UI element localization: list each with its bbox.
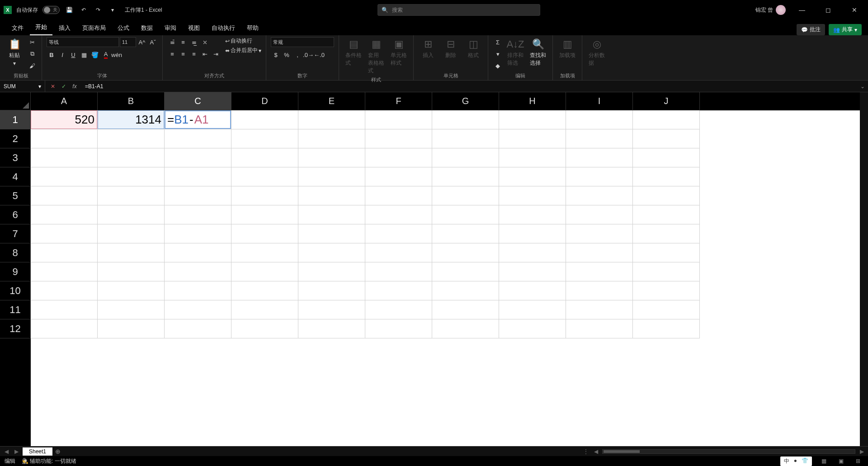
tab-data[interactable]: 数据 xyxy=(136,21,158,35)
cell[interactable] xyxy=(365,224,432,243)
cell[interactable] xyxy=(633,148,700,167)
cell[interactable] xyxy=(499,281,566,300)
tab-home[interactable]: 开始 xyxy=(30,20,52,35)
cell-styles-button[interactable]: ▣单元格样式 xyxy=(389,37,409,68)
align-left-icon[interactable]: ≡ xyxy=(167,49,177,59)
bold-button[interactable]: B xyxy=(47,50,57,60)
share-button[interactable]: 👥 共享 ▾ xyxy=(829,24,862,35)
formula-cancel-icon[interactable]: ✕ xyxy=(49,83,57,90)
merge-center-button[interactable]: ⬌ 合并后居中 ▾ xyxy=(225,47,261,54)
row-4[interactable]: 4 xyxy=(0,167,31,186)
percent-icon[interactable]: % xyxy=(282,50,292,60)
cell[interactable] xyxy=(566,167,633,186)
cell[interactable] xyxy=(633,319,700,338)
cell[interactable] xyxy=(499,262,566,281)
maximize-button[interactable]: ◻ xyxy=(818,6,838,14)
underline-button[interactable]: U xyxy=(68,50,78,60)
user-account[interactable]: 锦宏 曾 xyxy=(755,5,786,15)
col-G[interactable]: G xyxy=(432,92,499,110)
cell[interactable] xyxy=(365,300,432,319)
align-bottom-icon[interactable]: ≡̲ xyxy=(189,37,199,47)
close-button[interactable]: ✕ xyxy=(844,6,864,14)
cell[interactable] xyxy=(432,148,499,167)
cell-G1[interactable] xyxy=(432,110,499,129)
cell[interactable] xyxy=(98,319,165,338)
analyze-data-button[interactable]: ◎分析数据 xyxy=(587,37,607,68)
cell-C1[interactable]: =B1-A1 xyxy=(165,110,231,129)
cell[interactable] xyxy=(566,224,633,243)
cell-D1[interactable] xyxy=(231,110,298,129)
cell[interactable] xyxy=(231,300,298,319)
cell[interactable] xyxy=(365,281,432,300)
phonetic-icon[interactable]: wén xyxy=(112,50,122,60)
autosum-icon[interactable]: Σ xyxy=(493,37,503,47)
cell[interactable] xyxy=(633,186,700,205)
cell[interactable] xyxy=(566,319,633,338)
cell-B1[interactable]: 1314 xyxy=(98,110,165,129)
cell[interactable] xyxy=(365,319,432,338)
cell[interactable] xyxy=(432,300,499,319)
cell-E1[interactable] xyxy=(298,110,365,129)
tab-insert[interactable]: 插入 xyxy=(53,21,76,35)
cell[interactable] xyxy=(298,205,365,224)
row-8[interactable]: 8 xyxy=(0,243,31,262)
row-11[interactable]: 11 xyxy=(0,300,31,319)
tab-formulas[interactable]: 公式 xyxy=(112,21,135,35)
cell[interactable] xyxy=(298,243,365,262)
cell[interactable] xyxy=(432,186,499,205)
cell[interactable] xyxy=(566,129,633,148)
italic-button[interactable]: I xyxy=(57,50,67,60)
name-box[interactable]: SUM▾ xyxy=(0,81,45,92)
cell[interactable] xyxy=(231,224,298,243)
col-E[interactable]: E xyxy=(298,92,365,110)
cell-J1[interactable] xyxy=(633,110,700,129)
vertical-scrollbar[interactable] xyxy=(860,92,868,446)
paste-button[interactable]: 📋粘贴▾ xyxy=(5,37,24,67)
cell[interactable] xyxy=(298,186,365,205)
indent-decrease-icon[interactable]: ⇤ xyxy=(200,49,210,59)
cell[interactable] xyxy=(432,205,499,224)
col-B[interactable]: B xyxy=(98,92,165,110)
cell[interactable] xyxy=(365,186,432,205)
increase-decimal-icon[interactable]: .0→ xyxy=(303,50,313,60)
qat-customize-icon[interactable]: ▾ xyxy=(108,7,118,13)
cell[interactable] xyxy=(499,300,566,319)
sheet-tab-menu-icon[interactable]: ⋮ xyxy=(582,448,590,455)
cell[interactable] xyxy=(432,281,499,300)
cell[interactable] xyxy=(231,148,298,167)
cell[interactable] xyxy=(566,300,633,319)
cell[interactable] xyxy=(499,129,566,148)
cell[interactable] xyxy=(231,186,298,205)
cell[interactable] xyxy=(566,281,633,300)
cell[interactable] xyxy=(165,186,231,205)
ime-indicator[interactable]: 中 ● 👕 xyxy=(780,456,812,466)
insert-cells-button[interactable]: ⊞插入 xyxy=(418,37,438,60)
row-10[interactable]: 10 xyxy=(0,281,31,300)
row-3[interactable]: 3 xyxy=(0,148,31,167)
cell-A1[interactable]: 520 xyxy=(31,110,98,129)
increase-font-icon[interactable]: A^ xyxy=(137,37,147,47)
cell[interactable] xyxy=(298,224,365,243)
cell-I1[interactable] xyxy=(566,110,633,129)
cell[interactable] xyxy=(31,205,98,224)
delete-cells-button[interactable]: ⊟删除 xyxy=(441,37,461,60)
row-2[interactable]: 2 xyxy=(0,129,31,148)
cell[interactable] xyxy=(298,262,365,281)
wrap-text-button[interactable]: ↩ 自动换行 xyxy=(225,37,261,45)
align-right-icon[interactable]: ≡ xyxy=(189,49,199,59)
cell[interactable] xyxy=(432,319,499,338)
border-icon[interactable]: ▦ xyxy=(79,50,89,60)
currency-icon[interactable]: $ xyxy=(271,50,281,60)
cell[interactable] xyxy=(432,262,499,281)
cell-F1[interactable] xyxy=(365,110,432,129)
hscroll-right-icon[interactable]: ▶ xyxy=(858,448,865,455)
formula-input[interactable]: =B1-A1 xyxy=(82,83,857,90)
cell[interactable] xyxy=(165,224,231,243)
autosave-toggle[interactable]: 关 xyxy=(42,6,60,14)
decrease-font-icon[interactable]: Aˇ xyxy=(148,37,158,47)
col-A[interactable]: A xyxy=(31,92,98,110)
cell[interactable] xyxy=(165,262,231,281)
col-F[interactable]: F xyxy=(365,92,432,110)
row-5[interactable]: 5 xyxy=(0,186,31,205)
cell[interactable] xyxy=(165,148,231,167)
